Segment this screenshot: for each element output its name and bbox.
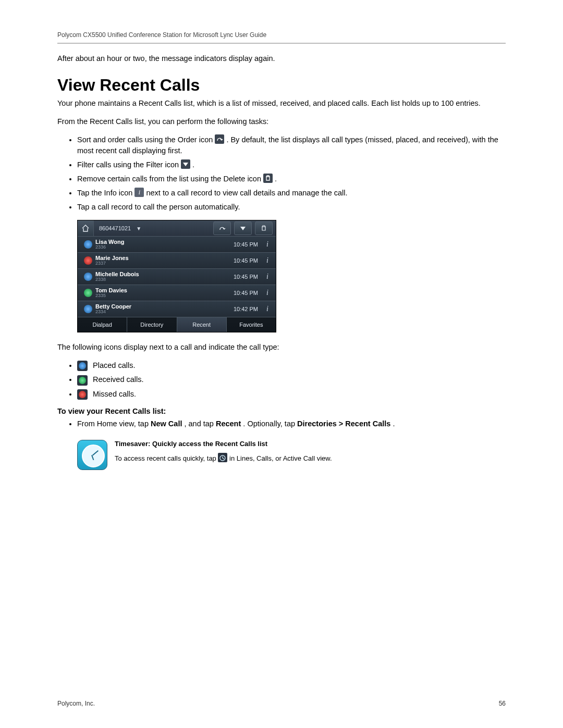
info-icon[interactable]: i (262, 256, 273, 265)
phone-tabs: DialpadDirectoryRecentFavorites (78, 317, 276, 332)
task-item: Filter calls using the Filter icon . (77, 159, 506, 170)
sub-heading: To view your Recent Calls list: (57, 407, 506, 415)
call-extension: 2338 (95, 277, 229, 282)
paragraph-1: Your phone maintains a Recent Calls list… (57, 98, 506, 109)
delete-icon (263, 174, 273, 183)
timesaver-text: in Lines, Calls, or Active Call view. (229, 454, 332, 462)
call-extension: 2334 (95, 310, 229, 314)
timesaver-text: To access recent calls quickly, tap (115, 454, 218, 462)
call-type-icon (84, 240, 92, 249)
call-names: Marie Jones2337 (95, 255, 229, 266)
howto-bold: Recent (216, 419, 241, 428)
howto-bold: New Call (151, 419, 182, 428)
legend-text: Placed calls. (93, 361, 135, 369)
call-names: Lisa Wong2336 (95, 239, 229, 250)
recent-calls-screenshot: 8604471021 ▼ Lisa Wong233610:45 PMiMarie… (77, 220, 276, 332)
task-text: Remove certain calls from the list using… (77, 175, 263, 183)
call-record-row[interactable]: Betty Cooper233410:42 PMi (78, 301, 276, 317)
call-names: Betty Cooper2334 (95, 304, 229, 314)
call-record-row[interactable]: Marie Jones233710:45 PMi (78, 252, 276, 268)
footer-left: Polycom, Inc. (57, 700, 95, 707)
phone-tab-dialpad[interactable]: Dialpad (78, 317, 127, 332)
call-name: Betty Cooper (95, 304, 229, 310)
howto-item: From Home view, tap New Call , and tap R… (77, 418, 506, 429)
call-type-icon (84, 289, 92, 297)
task-list: Sort and order calls using the Order ico… (57, 134, 506, 213)
call-type-icon (84, 305, 92, 313)
header-rule (57, 43, 506, 44)
phone-tab-recent[interactable]: Recent (177, 317, 227, 332)
task-text: next to a call record to view call detai… (146, 189, 347, 197)
call-type-icon (84, 273, 92, 281)
call-extension: 2337 (95, 261, 229, 266)
clock-icon (218, 453, 227, 462)
legend-list: Placed calls. Received calls. Missed cal… (57, 360, 506, 400)
call-extension: 2335 (95, 293, 229, 298)
call-name: Tom Davies (95, 288, 229, 293)
home-icon[interactable] (78, 220, 94, 236)
call-time: 10:45 PM (229, 290, 262, 296)
phone-tab-directory[interactable]: Directory (127, 317, 177, 332)
task-text: Sort and order calls using the Order ico… (77, 135, 215, 144)
info-icon[interactable]: i (262, 289, 273, 297)
howto-list: From Home view, tap New Call , and tap R… (57, 418, 506, 429)
call-names: Tom Davies2335 (95, 288, 229, 298)
page-footer: Polycom, Inc. 56 (57, 700, 506, 707)
info-icon[interactable]: i (262, 273, 273, 281)
task-item: Tap a call record to call the person aut… (77, 202, 506, 213)
phone-top-bar: 8604471021 ▼ (78, 220, 276, 236)
call-time: 10:45 PM (229, 241, 262, 248)
intro-paragraph: After about an hour or two, the message … (57, 53, 506, 64)
timesaver-title: Timesaver: Quickly access the Recent Cal… (115, 440, 332, 448)
filter-button[interactable] (234, 221, 252, 235)
howto-text: , and tap (184, 419, 215, 428)
info-icon[interactable]: i (262, 240, 273, 249)
order-icon (215, 134, 224, 144)
filter-icon (181, 159, 190, 169)
call-extension: 2336 (95, 245, 229, 250)
task-text: Filter calls using the Filter icon (77, 161, 181, 169)
call-name: Lisa Wong (95, 239, 229, 245)
task-item: Tap the Info icon i next to a call recor… (77, 188, 506, 199)
missed-call-icon (77, 389, 88, 400)
call-name: Michelle Dubois (95, 272, 229, 277)
order-button[interactable] (213, 221, 231, 235)
call-name: Marie Jones (95, 255, 229, 261)
howto-bold: Directories > Recent Calls (297, 419, 390, 428)
paragraph-2: From the Recent Calls list, you can perf… (57, 116, 506, 127)
howto-text: . (393, 419, 395, 428)
call-time: 10:42 PM (229, 306, 262, 312)
task-item: Remove certain calls from the list using… (77, 174, 506, 184)
doc-header: Polycom CX5500 Unified Conference Statio… (57, 31, 506, 39)
call-type-icon (84, 256, 92, 265)
footer-right: 56 (499, 700, 506, 707)
legend-text: Missed calls. (93, 390, 136, 398)
dropdown-icon[interactable]: ▼ (136, 226, 144, 231)
call-record-row[interactable]: Michelle Dubois233810:45 PMi (78, 268, 276, 285)
howto-text: From Home view, tap (77, 419, 151, 428)
paragraph-3: The following icons display next to a ca… (57, 342, 506, 353)
timesaver-callout: Timesaver: Quickly access the Recent Cal… (77, 440, 506, 470)
page-title: View Recent Calls (57, 76, 506, 95)
info-icon[interactable]: i (262, 305, 273, 313)
phone-number: 8604471021 (94, 225, 136, 231)
timesaver-body: To access recent calls quickly, tap in L… (115, 453, 332, 462)
timesaver-icon (77, 440, 107, 470)
task-text: . (192, 161, 194, 169)
legend-item: Placed calls. (77, 360, 506, 371)
call-record-row[interactable]: Tom Davies233510:45 PMi (78, 285, 276, 301)
call-time: 10:45 PM (229, 257, 262, 264)
legend-text: Received calls. (93, 375, 144, 384)
phone-tab-favorites[interactable]: Favorites (227, 317, 276, 332)
call-record-row[interactable]: Lisa Wong233610:45 PMi (78, 236, 276, 252)
placed-call-icon (77, 361, 88, 371)
received-call-icon (77, 375, 88, 386)
legend-item: Missed calls. (77, 389, 506, 400)
call-time: 10:45 PM (229, 274, 262, 280)
task-text: Tap the Info icon (77, 189, 134, 197)
task-item: Sort and order calls using the Order ico… (77, 134, 506, 156)
delete-button[interactable] (255, 221, 273, 235)
howto-text: . Optionally, tap (243, 419, 297, 428)
task-text: . (275, 175, 277, 183)
info-icon: i (134, 188, 144, 197)
